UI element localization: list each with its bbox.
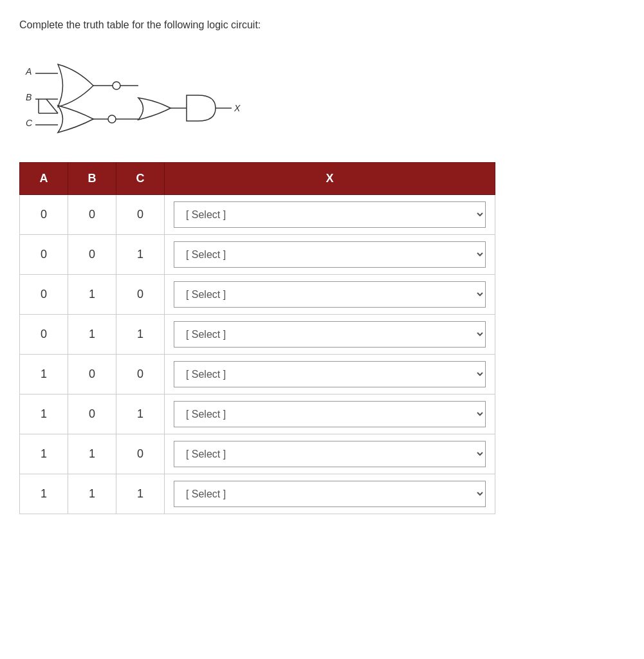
table-row: 010[ Select ]01 [20, 275, 495, 315]
table-row: 100[ Select ]01 [20, 355, 495, 394]
table-row: 001[ Select ]01 [20, 235, 495, 275]
table-row: 000[ Select ]01 [20, 195, 495, 235]
cell-c-row-3: 1 [116, 315, 164, 355]
select-cell-row-0[interactable]: [ Select ]01 [164, 195, 495, 235]
header-a: A [20, 163, 68, 195]
select-x-row-0[interactable]: [ Select ]01 [174, 201, 486, 228]
cell-a-row-4: 1 [20, 355, 68, 394]
cell-b-row-1: 0 [68, 235, 116, 275]
cell-a-row-2: 0 [20, 275, 68, 315]
cell-a-row-7: 1 [20, 474, 68, 514]
cell-c-row-0: 0 [116, 195, 164, 235]
svg-point-6 [113, 82, 120, 89]
svg-point-14 [108, 115, 116, 123]
cell-c-row-7: 1 [116, 474, 164, 514]
cell-b-row-3: 1 [68, 315, 116, 355]
select-cell-row-4[interactable]: [ Select ]01 [164, 355, 495, 394]
svg-text:A: A [25, 66, 32, 77]
select-cell-row-5[interactable]: [ Select ]01 [164, 394, 495, 434]
cell-b-row-4: 0 [68, 355, 116, 394]
select-x-row-7[interactable]: [ Select ]01 [174, 481, 486, 507]
select-cell-row-2[interactable]: [ Select ]01 [164, 275, 495, 315]
select-cell-row-1[interactable]: [ Select ]01 [164, 235, 495, 275]
svg-text:B: B [26, 92, 32, 102]
select-x-row-1[interactable]: [ Select ]01 [174, 241, 486, 268]
cell-a-row-5: 1 [20, 394, 68, 434]
cell-b-row-7: 1 [68, 474, 116, 514]
cell-b-row-2: 1 [68, 275, 116, 315]
instruction-text: Complete the truth table for the followi… [19, 19, 625, 31]
select-cell-row-6[interactable]: [ Select ]01 [164, 434, 495, 474]
cell-c-row-6: 0 [116, 434, 164, 474]
cell-a-row-1: 0 [20, 235, 68, 275]
cell-b-row-0: 0 [68, 195, 116, 235]
truth-table: A B C X 000[ Select ]01001[ Select ]0101… [19, 162, 495, 514]
select-x-row-5[interactable]: [ Select ]01 [174, 401, 486, 427]
select-x-row-3[interactable]: [ Select ]01 [174, 321, 486, 348]
header-c: C [116, 163, 164, 195]
cell-c-row-5: 1 [116, 394, 164, 434]
select-x-row-6[interactable]: [ Select ]01 [174, 441, 486, 467]
header-b: B [68, 163, 116, 195]
table-row: 011[ Select ]01 [20, 315, 495, 355]
cell-b-row-5: 0 [68, 394, 116, 434]
svg-text:X: X [234, 103, 241, 113]
header-x: X [164, 163, 495, 195]
select-cell-row-7[interactable]: [ Select ]01 [164, 474, 495, 514]
cell-b-row-6: 1 [68, 434, 116, 474]
table-row: 111[ Select ]01 [20, 474, 495, 514]
cell-a-row-3: 0 [20, 315, 68, 355]
table-row: 110[ Select ]01 [20, 434, 495, 474]
cell-a-row-6: 1 [20, 434, 68, 474]
svg-text:C: C [26, 118, 33, 128]
select-x-row-2[interactable]: [ Select ]01 [174, 281, 486, 308]
cell-c-row-2: 0 [116, 275, 164, 315]
select-x-row-4[interactable]: [ Select ]01 [174, 361, 486, 387]
svg-line-9 [46, 99, 58, 113]
cell-a-row-0: 0 [20, 195, 68, 235]
cell-c-row-4: 0 [116, 355, 164, 394]
table-row: 101[ Select ]01 [20, 394, 495, 434]
cell-c-row-1: 1 [116, 235, 164, 275]
select-cell-row-3[interactable]: [ Select ]01 [164, 315, 495, 355]
circuit-diagram: A B C [19, 44, 264, 147]
